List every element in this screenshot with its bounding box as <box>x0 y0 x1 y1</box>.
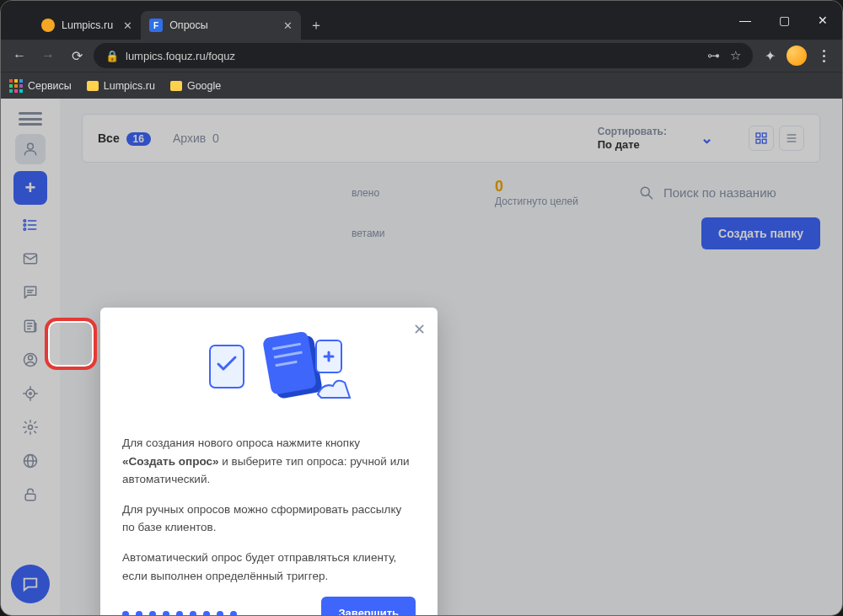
chevron-down-icon[interactable]: ⌄ <box>701 129 713 147</box>
svg-rect-27 <box>756 133 760 137</box>
sort-dropdown[interactable]: Сортировать: По дате <box>598 125 667 152</box>
url-text: lumpics.foquz.ru/foquz <box>126 50 235 62</box>
sidebar-lock-icon[interactable] <box>17 481 44 508</box>
bookmark-item-1[interactable]: Lumpics.ru <box>87 80 155 92</box>
lock-icon: 🔒 <box>105 50 119 62</box>
sidebar-news-icon[interactable] <box>17 313 44 340</box>
apps-button[interactable]: Сервисы <box>9 79 72 93</box>
stat-sent: влено <box>352 187 478 199</box>
nav-reload-button[interactable]: ⟳ <box>65 44 89 67</box>
svg-point-34 <box>641 187 649 196</box>
svg-point-1 <box>24 220 26 222</box>
svg-rect-30 <box>762 139 766 143</box>
new-tab-button[interactable]: ＋ <box>301 11 331 40</box>
bookmark-item-2[interactable]: Google <box>170 80 221 92</box>
view-list-button[interactable] <box>779 126 804 151</box>
svg-rect-26 <box>25 494 35 501</box>
browser-menu-button[interactable] <box>812 44 835 67</box>
nav-forward-button[interactable]: → <box>36 44 60 67</box>
popover-illustration <box>122 324 416 426</box>
window-minimize-button[interactable]: — <box>726 1 765 40</box>
answers-hint: ветами <box>352 228 385 239</box>
window-maximize-button[interactable]: ▢ <box>765 1 803 40</box>
tab-2-label: Опросы <box>169 19 208 31</box>
tab-favicon: F <box>149 19 163 32</box>
svg-rect-29 <box>756 139 760 143</box>
create-survey-button[interactable]: + <box>13 171 47 205</box>
svg-point-17 <box>30 393 32 395</box>
folder-icon <box>87 81 99 91</box>
search-input[interactable]: Поиск по названию <box>638 185 820 201</box>
popover-text-1: Для создания нового опроса нажмите кнопк… <box>122 434 416 489</box>
tab-1-label: Lumpics.ru <box>62 19 113 31</box>
view-grid-button[interactable] <box>749 126 774 151</box>
svg-point-22 <box>29 426 33 430</box>
browser-tab-1[interactable]: Lumpics.ru ✕ <box>33 11 141 40</box>
onboarding-popover: ✕ Для создания нового опроса нажмите к <box>100 308 438 616</box>
popover-close-button[interactable]: ✕ <box>413 318 426 342</box>
bookmark-star-icon[interactable]: ☆ <box>730 48 741 63</box>
sidebar-surveys-icon[interactable] <box>17 212 44 238</box>
svg-rect-28 <box>762 133 766 137</box>
browser-tab-2-active[interactable]: F Опросы ✕ <box>141 11 301 40</box>
key-icon[interactable]: ⊶ <box>707 48 718 63</box>
popover-text-3: Автоматический опрос будет отправляться … <box>122 549 416 585</box>
popover-text-2: Для ручных опросов можно сформировать ра… <box>122 501 416 537</box>
sidebar-target-icon[interactable] <box>17 380 44 407</box>
user-icon[interactable] <box>15 134 46 164</box>
popover-pager[interactable] <box>122 611 237 616</box>
sidebar-settings-icon[interactable] <box>17 414 44 441</box>
folder-icon <box>170 81 182 91</box>
close-icon[interactable]: ✕ <box>283 19 293 32</box>
filter-all-count: 16 <box>126 132 151 146</box>
close-icon[interactable]: ✕ <box>123 19 132 32</box>
svg-point-15 <box>29 356 33 360</box>
browser-titlebar: Lumpics.ru ✕ F Опросы ✕ ＋ — ▢ ✕ <box>1 1 842 40</box>
browser-addressbar: ← → ⟳ 🔒 lumpics.foquz.ru/foquz ⊶ ☆ ✦ <box>1 40 842 72</box>
bookmarks-bar: Сервисы Lumpics.ru Google <box>1 72 842 99</box>
extensions-button[interactable]: ✦ <box>758 44 781 67</box>
svg-point-0 <box>28 143 34 149</box>
filter-archive[interactable]: Архив 0 <box>173 131 219 145</box>
apps-label: Сервисы <box>28 80 72 92</box>
svg-line-35 <box>649 195 652 198</box>
popover-finish-button[interactable]: Завершить <box>321 597 416 616</box>
create-folder-button[interactable]: Создать папку <box>701 217 820 249</box>
filter-all[interactable]: Все 16 <box>98 131 151 146</box>
svg-point-5 <box>24 228 26 231</box>
sidebar-mail-icon[interactable] <box>17 245 44 272</box>
sidebar-account-icon[interactable] <box>17 346 44 373</box>
filter-bar: Все 16 Архив 0 Сортировать: По дате ⌄ <box>82 114 820 163</box>
support-chat-button[interactable] <box>11 565 50 603</box>
highlight-callout <box>45 318 97 370</box>
svg-point-16 <box>26 389 35 398</box>
stat-goals: 0 Достигнуто целей <box>495 178 621 207</box>
window-close-button[interactable]: ✕ <box>803 1 842 40</box>
url-input[interactable]: 🔒 lumpics.foquz.ru/foquz ⊶ ☆ <box>94 43 753 68</box>
sidebar-chat-icon[interactable] <box>17 279 44 306</box>
menu-toggle-button[interactable] <box>19 110 42 127</box>
svg-point-3 <box>24 224 26 227</box>
profile-avatar[interactable] <box>787 46 807 66</box>
nav-back-button[interactable]: ← <box>8 44 31 67</box>
sidebar-globe-icon[interactable] <box>17 447 44 474</box>
